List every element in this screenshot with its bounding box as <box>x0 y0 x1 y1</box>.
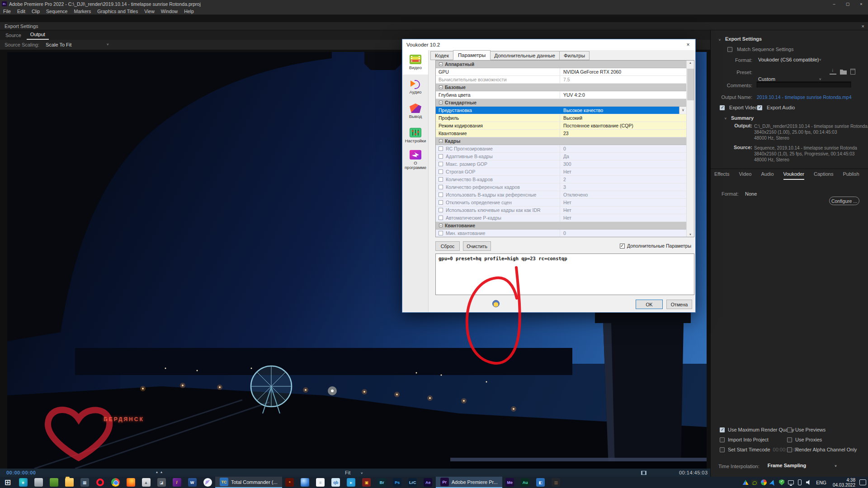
scroll-down-icon[interactable]: ▼ <box>687 233 694 236</box>
taskbar-telegram[interactable]: ▸ <box>344 477 359 488</box>
menu-view[interactable]: View <box>141 9 158 14</box>
taskbar-media-app[interactable]: / <box>169 477 184 488</box>
menu-file[interactable]: File <box>0 9 14 14</box>
comments-input[interactable] <box>756 81 851 88</box>
ok-button[interactable]: OK <box>636 300 663 309</box>
checkbox-icon[interactable] <box>439 162 443 166</box>
tray-nvidia-icon[interactable] <box>750 477 759 488</box>
format-dropdown[interactable]: Voukoder (CS6 compatible) ∨ <box>756 56 823 64</box>
property-row[interactable]: Квантование23 <box>436 130 687 137</box>
taskbar-chrome[interactable] <box>108 477 123 488</box>
checkbox-icon[interactable] <box>439 231 443 235</box>
scroll-up-icon[interactable]: ▲ <box>687 61 694 64</box>
taskbar-media-encoder[interactable]: Me <box>502 477 518 488</box>
collapse-icon[interactable] <box>439 101 443 104</box>
tray-network-icon[interactable] <box>786 477 795 488</box>
property-section[interactable]: Базовые <box>436 84 687 91</box>
tab-effects[interactable]: Effects <box>714 171 729 180</box>
menu-markers[interactable]: Markers <box>71 9 94 14</box>
taskbar-capture-app[interactable] <box>46 477 61 488</box>
taskbar-image-viewer[interactable]: ◪ <box>154 477 169 488</box>
property-row[interactable]: Строгая GOPНет <box>436 168 687 176</box>
menu-clip[interactable]: Clip <box>28 9 43 14</box>
taskbar-photos[interactable]: ▲ <box>138 477 154 488</box>
language-indicator[interactable]: ENG <box>813 480 829 485</box>
taskbar-firefox[interactable] <box>123 477 138 488</box>
tab-voukoder[interactable]: Voukoder <box>783 171 804 180</box>
taskbar-word[interactable]: W <box>184 477 200 488</box>
option-use-proxies[interactable]: Use Proxies <box>787 437 862 442</box>
option-import-into-project[interactable]: Import Into Project <box>720 437 787 442</box>
command-line-field[interactable]: gpu=0 preset=hq profile=high qp=23 rc=co… <box>435 253 694 295</box>
collapse-icon[interactable] <box>439 62 443 66</box>
chevron-down-icon[interactable]: ∨ <box>718 38 721 41</box>
sidebar-item-о-программе[interactable]: О программе <box>403 148 428 172</box>
menu-graphics-and-titles[interactable]: Graphics and Titles <box>94 9 141 14</box>
cancel-button[interactable]: Отмена <box>666 300 692 309</box>
property-section[interactable]: Квантование <box>436 222 687 230</box>
advanced-params-checkbox[interactable]: Дополнительные Параметры <box>620 243 691 249</box>
checkbox-icon[interactable] <box>439 200 443 205</box>
menu-sequence[interactable]: Sequence <box>43 9 71 14</box>
export-settings-close-icon[interactable]: × <box>862 23 864 29</box>
property-row[interactable]: Глубина цветаYUV 4:2:0 <box>436 91 687 99</box>
chevron-down-icon[interactable]: ∨ <box>724 117 727 120</box>
property-row[interactable]: Мин. квантование0 <box>436 230 687 237</box>
checkbox-icon[interactable] <box>439 216 443 220</box>
property-row[interactable]: Использовать B-кадры как референсныеОткл… <box>436 191 687 199</box>
dropdown-button-icon[interactable]: ∨ <box>679 107 687 114</box>
time-interpolation-dropdown[interactable]: Frame Sampling ∨ <box>764 462 839 470</box>
property-row[interactable]: Автоматические P-кадрыНет <box>436 214 687 222</box>
property-row[interactable]: Использовать ключевые кадры как как IDRН… <box>436 206 687 214</box>
property-row[interactable]: ПредустановкаВысокое качество∨ <box>436 107 687 114</box>
taskbar-premiere[interactable]: PrAdobe Premiere Pr... <box>436 477 502 488</box>
maximize-button[interactable]: ▢ <box>841 0 854 8</box>
output-name-link[interactable]: 2019.10.14 - timelapse sunrise Rotonda.m… <box>757 94 852 100</box>
checkbox-icon[interactable] <box>439 177 443 182</box>
collapse-icon[interactable] <box>439 139 443 143</box>
configure-button[interactable]: Configure ... <box>829 197 859 205</box>
property-row[interactable]: Отключить определение сценНет <box>436 199 687 206</box>
sidebar-item-вывод[interactable]: Вывод <box>403 99 428 123</box>
tab-publish[interactable]: Publish <box>843 171 859 180</box>
scrollbar[interactable]: ▲ ▼ <box>686 61 694 237</box>
tray-volume-icon[interactable] <box>804 477 813 488</box>
tab-source[interactable]: Source <box>2 33 25 40</box>
taskbar-calculator[interactable]: ▦ <box>77 477 92 488</box>
menu-help[interactable]: Help <box>181 9 197 14</box>
taskbar-photo-tool[interactable]: ▣ <box>359 477 374 488</box>
taskbar-bridge[interactable]: Br <box>374 477 390 488</box>
voukoder-titlebar[interactable]: Voukoder 10.2 × <box>402 39 695 50</box>
taskbar-scanner[interactable] <box>31 477 46 488</box>
checkbox-icon[interactable] <box>439 208 443 212</box>
taskbar-lightshot[interactable] <box>200 477 215 488</box>
property-row[interactable]: ПрофильВысокий <box>436 114 687 122</box>
taskbar-opera[interactable] <box>92 477 108 488</box>
checkbox-icon[interactable] <box>439 185 443 189</box>
tab-captions[interactable]: Captions <box>814 171 833 180</box>
property-section[interactable]: Стандартные <box>436 99 687 107</box>
voukoder-tab-фильтры[interactable]: Фильтры <box>560 51 590 60</box>
source-scaling-dropdown[interactable]: Scale To Fit ∨ <box>46 42 109 47</box>
clear-button[interactable]: Очистить <box>463 241 491 251</box>
menu-edit[interactable]: Edit <box>14 9 28 14</box>
export-audio-checkbox[interactable]: Export Audio <box>757 105 795 110</box>
tab-video[interactable]: Video <box>739 171 751 180</box>
import-preset-icon[interactable] <box>840 69 847 75</box>
notification-center-icon[interactable] <box>859 477 868 488</box>
taskbar-after-effects[interactable]: Ae <box>420 477 436 488</box>
taskbar-earth[interactable] <box>297 477 313 488</box>
property-row[interactable]: GPUNVIDIA GeForce RTX 2060 <box>436 68 687 76</box>
sidebar-item-настройки[interactable]: Настройки <box>403 123 428 148</box>
property-row[interactable]: Адаптивные B-кадрыДа <box>436 153 687 160</box>
taskbar-window-app[interactable]: ◧ <box>533 477 548 488</box>
taskbar-start[interactable]: ⊞ <box>0 477 15 488</box>
option-render-alpha-channel-only[interactable]: Render Alpha Channel Only <box>787 447 862 452</box>
property-row[interactable]: Вычислительные возможности7.5 <box>436 76 687 84</box>
tray-defender-icon[interactable] <box>777 477 786 488</box>
delete-preset-icon[interactable] <box>850 69 855 75</box>
tray-maps-icon[interactable] <box>768 477 777 488</box>
checkbox-icon[interactable] <box>439 146 443 151</box>
tray-device-icon[interactable] <box>795 477 804 488</box>
collapse-icon[interactable] <box>439 224 443 227</box>
